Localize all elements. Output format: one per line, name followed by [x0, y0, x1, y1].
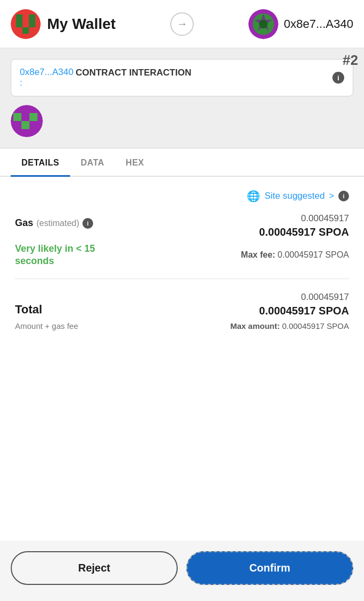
globe-icon: 🌐	[247, 190, 260, 202]
site-suggested-row: 🌐 Site suggested > i	[15, 190, 349, 202]
site-suggested-text[interactable]: Site suggested	[264, 191, 324, 201]
svg-point-13	[259, 20, 268, 28]
gas-value-main: 0.00045917 SPOA	[259, 226, 349, 238]
tab-data[interactable]: DATA	[70, 148, 115, 177]
svg-rect-5	[22, 21, 29, 27]
dapp-icon	[11, 105, 43, 137]
total-values: 0.00045917 0.00045917 SPOA	[259, 292, 349, 317]
svg-rect-2	[22, 14, 29, 21]
amount-label: Amount + gas fee	[15, 321, 78, 330]
tx-info-icon[interactable]: i	[332, 72, 344, 84]
tab-hex[interactable]: HEX	[115, 148, 155, 177]
svg-rect-19	[21, 121, 29, 129]
total-value-main: 0.00045917 SPOA	[259, 305, 349, 317]
svg-rect-16	[21, 113, 29, 121]
tx-label: CONTRACT INTERACTION	[75, 67, 191, 79]
svg-rect-6	[29, 21, 35, 27]
header-right: 0x8e7...A340	[248, 9, 353, 39]
divider	[15, 279, 349, 279]
max-fee-label: Max fee:	[241, 250, 275, 259]
likely-row: Very likely in < 15 seconds Max fee: 0.0…	[15, 243, 349, 268]
max-amount-group: Max amount: 0.00045917 SPOA	[230, 321, 349, 330]
total-row: Total 0.00045917 0.00045917 SPOA	[15, 292, 349, 317]
max-amount-label: Max amount:	[230, 321, 280, 330]
wallet-name: My Wallet	[47, 16, 116, 33]
contract-avatar	[248, 9, 278, 39]
gas-info-icon[interactable]: i	[82, 218, 93, 229]
tx-info-section: 0x8e7...A340 : CONTRACT INTERACTION i #2	[0, 48, 364, 148]
amount-row: Amount + gas fee Max amount: 0.00045917 …	[15, 321, 349, 330]
max-fee-group: Max fee: 0.00045917 SPOA	[241, 250, 349, 260]
svg-rect-7	[16, 27, 22, 34]
confirm-button[interactable]: Confirm	[186, 551, 353, 585]
tx-box-left: 0x8e7...A340 : CONTRACT INTERACTION	[20, 67, 191, 88]
tx-address: 0x8e7...A340	[20, 67, 73, 78]
contract-address-header: 0x8e7...A340	[284, 17, 353, 31]
chevron-right-icon: >	[329, 191, 334, 201]
tab-details[interactable]: DETAILS	[11, 148, 70, 177]
likely-text: Very likely in < 15 seconds	[15, 243, 122, 268]
header: My Wallet → 0x8e7...A340	[0, 0, 364, 48]
gas-values: 0.00045917 0.00045917 SPOA	[259, 213, 349, 238]
reject-button[interactable]: Reject	[11, 551, 178, 585]
svg-rect-17	[29, 113, 37, 121]
svg-rect-20	[29, 121, 37, 129]
svg-rect-18	[13, 121, 21, 129]
svg-rect-15	[13, 113, 21, 121]
wallet-container: My Wallet → 0x8e7...A340 0x8e7...A340	[0, 0, 364, 601]
max-amount-value: 0.00045917 SPOA	[282, 321, 349, 330]
svg-rect-9	[29, 27, 35, 34]
svg-rect-3	[29, 14, 35, 21]
tx-colon: :	[20, 78, 73, 88]
tabs: DETAILS DATA HEX	[0, 148, 364, 177]
gas-value-small: 0.00045917	[259, 213, 349, 224]
max-fee-value: 0.00045917 SPOA	[278, 250, 349, 259]
gas-label-group: Gas (estimated) i	[15, 213, 93, 229]
tx-address-colon: 0x8e7...A340 :	[20, 67, 73, 88]
tx-box: 0x8e7...A340 : CONTRACT INTERACTION i #2	[11, 59, 353, 96]
details-section: 🌐 Site suggested > i Gas (estimated) i 0…	[0, 177, 364, 540]
svg-rect-4	[16, 21, 22, 27]
gas-estimated: (estimated)	[36, 219, 79, 228]
total-label: Total	[15, 292, 42, 317]
total-value-small: 0.00045917	[259, 292, 349, 303]
header-left: My Wallet	[11, 9, 116, 39]
arrow-icon: →	[170, 12, 194, 36]
tx-number: #2	[343, 52, 358, 69]
gas-label: Gas	[15, 217, 33, 229]
gas-row: Gas (estimated) i 0.00045917 0.00045917 …	[15, 213, 349, 238]
site-info-icon[interactable]: i	[338, 191, 349, 201]
wallet-avatar	[11, 9, 41, 39]
svg-rect-1	[16, 14, 22, 21]
svg-rect-8	[22, 27, 29, 34]
footer-buttons: Reject Confirm	[0, 540, 364, 601]
